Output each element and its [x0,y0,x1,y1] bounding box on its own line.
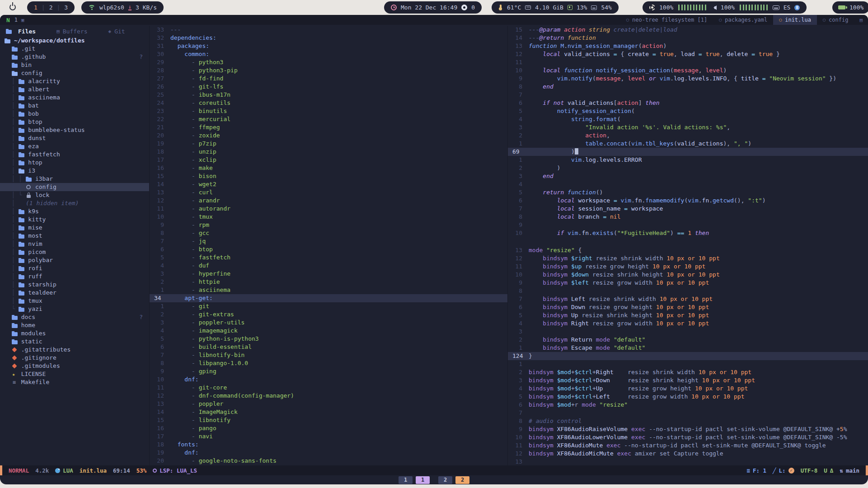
code-line[interactable]: 18 fonts: [150,441,507,449]
tab-buffers[interactable]: ▤ Buffers [56,28,87,35]
code-line[interactable]: 16 - pango [150,424,507,432]
code-line[interactable]: 11 [508,58,868,66]
code-line[interactable]: 12 bindsym $right resize shrink width 10… [508,254,868,263]
code-line[interactable]: 17 - navi [150,432,507,441]
code-line[interactable]: 10 bindsym $down resize shrink height 10… [508,271,868,279]
code-line[interactable]: 9 bindsym $left resize grow width 10 px … [508,279,868,287]
code-line[interactable]: 1 table.concat(vim.tbl_keys(valid_action… [508,140,868,148]
code-line[interactable]: 8 local branch = nil [508,213,868,221]
code-line[interactable]: 24 - coreutils [150,99,507,107]
tree-item-alacritty[interactable]: │ alacritty [0,77,149,85]
tree-item-home[interactable]: home [0,321,149,329]
workspace-pill[interactable]: 1|2|3 [27,1,75,14]
lua-editor-pane[interactable]: 15---@param action string create|delete|… [508,26,868,237]
tree-item-LICENSE[interactable]: LICENSE [0,370,149,378]
tree-item--1-hidden-item-[interactable]: │ (1 hidden item) [0,199,149,207]
tree-item-rofi[interactable]: │ rofi [0,264,149,272]
code-line[interactable]: 20 - zoxide [150,131,507,140]
battery-pill[interactable]: 100% [832,1,868,14]
i3config-editor-pane[interactable]: 13mode "resize" {12 bindsym $right resiz… [508,246,868,465]
yaml-editor-pane[interactable]: 33---32dependencies:31 packages:30 commo… [149,26,507,465]
tree-item-lock[interactable]: │ └ lock [0,191,149,199]
code-line[interactable]: 10 - tmux [150,213,507,221]
code-line[interactable]: 6 bindsym Down resize grow height 10 px … [508,303,868,311]
code-line[interactable]: 1 - git [150,302,507,310]
code-line[interactable]: 9 - rpm [150,221,507,229]
tree-item-yazi[interactable]: └ yazi [0,305,149,313]
code-line[interactable]: 10 local function notify_session_action(… [508,66,868,75]
code-line[interactable]: 13function M.nvim_session_manager(action… [508,42,868,50]
code-line[interactable]: 1 [508,360,868,368]
tree-item-config[interactable]: │ │ config [0,183,149,191]
code-line[interactable]: 13mode "resize" { [508,246,868,254]
code-line[interactable]: 7 - libnotify-bin [150,351,507,359]
code-line[interactable]: 19 - p7zip [150,140,507,148]
code-line[interactable]: 20 - google-noto-sans-fonts [150,457,507,465]
tree-item-.github[interactable]: .github? [0,53,149,61]
buffer-indicator-3[interactable]: 2 [438,476,452,484]
code-line[interactable]: 15---@param action string create|delete|… [508,26,868,34]
code-line[interactable]: 31 packages: [150,42,507,50]
code-line[interactable]: 7 local session_name = workspace [508,205,868,213]
code-line[interactable]: 25 - ibus-m17n [150,91,507,99]
tree-item-static[interactable]: static [0,338,149,346]
code-line[interactable]: 4 [508,180,868,188]
tree-item-bin[interactable]: bin [0,61,149,69]
code-line[interactable]: 33--- [150,26,507,34]
cursor-line[interactable]: 69 ) [508,148,868,156]
code-line[interactable]: 30 common: [150,50,507,58]
tree-item-asciinema[interactable]: │ asciinema [0,94,149,102]
code-line[interactable]: 6 - build-essential [150,343,507,351]
code-line[interactable]: 7 bindsym Left resize shrink width 10 px… [508,295,868,303]
code-line[interactable]: 10 dnf: [150,375,507,384]
workspace-1[interactable]: 1 [34,4,38,11]
buffer-indicator-4[interactable]: 2 [455,476,469,484]
tree-item-bob[interactable]: │ bob [0,110,149,118]
code-line[interactable]: 29 - python3 [150,58,507,66]
buffer-indicator-2[interactable]: 1 [416,476,430,484]
tree-item-tealdeer[interactable]: │ tealdeer [0,289,149,297]
code-line[interactable]: 14---@return function [508,34,868,42]
code-line[interactable]: 1 bindsym Escape mode "default" [508,344,868,352]
tree-item-docs[interactable]: docs? [0,313,149,321]
code-line[interactable]: 14 - wget2 [150,180,507,188]
code-line[interactable]: 2 action, [508,131,868,140]
cursor-line[interactable]: 124} [508,352,868,360]
code-line[interactable]: 3 end [508,172,868,180]
code-line[interactable]: 8 - gcc [150,229,507,237]
code-line[interactable]: 1 - asciinema [150,286,507,294]
tree-item-most[interactable]: │ most [0,232,149,240]
code-line[interactable]: 16 - make [150,164,507,172]
code-line[interactable]: 4 - imagemagick [150,327,507,335]
code-line[interactable]: 11 - autorandr [150,205,507,213]
code-line[interactable]: 9bindsym XF86AudioRaiseVolume exec --no-… [508,425,868,433]
code-line[interactable]: 23 - binutils [150,107,507,115]
code-line[interactable]: 8 end [508,83,868,91]
code-line[interactable]: 6bindsym $mod+r mode "resize" [508,401,868,409]
code-line[interactable]: 2 bindsym Return mode "default" [508,336,868,344]
tree-item-.gitattributes[interactable]: .gitattributes [0,346,149,354]
tab-git[interactable]: ◈ Git [108,28,125,35]
code-line[interactable]: 7 [508,409,868,417]
code-line[interactable]: 5 bindsym Up resize shrink height 10 px … [508,311,868,319]
code-line[interactable]: 3 - hyperfine [150,270,507,278]
network-pill[interactable]: wlp62s0 ↓ 3 KB/s [81,1,164,14]
code-line[interactable]: 15 - bison [150,172,507,180]
tree-item-.gitignore[interactable]: .gitignore [0,354,149,362]
code-line[interactable]: 11bindsym XF86AudioMute exec --no-startu… [508,441,868,450]
code-line[interactable]: 4 string.format( [508,115,868,123]
code-line[interactable]: 6 if not valid_actions[action] then [508,99,868,107]
code-line[interactable]: 12 - arandr [150,197,507,205]
code-line[interactable]: 8 - libpango-1.0.0 [150,359,507,367]
code-line[interactable]: 2bindsym $mod+$ctrl+Right resize shrink … [508,368,868,376]
code-line[interactable]: 9 - gping [150,367,507,375]
tree-item-starship[interactable]: │ starship [0,281,149,289]
code-line[interactable]: 5 notify_session_action( [508,107,868,115]
code-line[interactable]: 4 bindsym Right resize grow width 10 px … [508,319,868,328]
code-line[interactable]: 18 - unzip [150,148,507,156]
window-separator[interactable] [508,237,868,246]
code-line[interactable]: 5 - fastfetch [150,253,507,262]
code-line[interactable]: 4 - duf [150,262,507,270]
power-button[interactable] [8,3,17,12]
controls-pill[interactable]: 100% 100% ES [643,1,807,14]
